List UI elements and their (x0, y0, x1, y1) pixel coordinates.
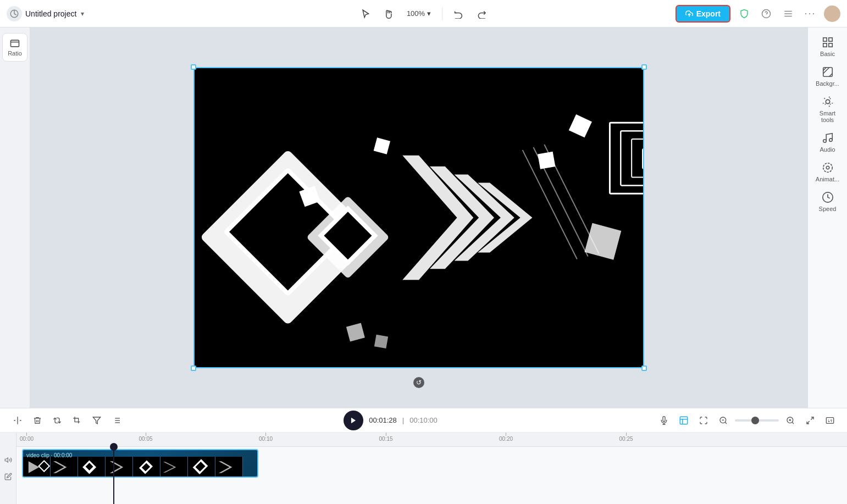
video-track: video clip · 00:0:00 (16, 447, 847, 480)
svg-point-41 (823, 163, 832, 173)
svg-rect-32 (374, 335, 388, 348)
svg-rect-7 (11, 40, 19, 47)
ruler-tick-0010: 00:10 (259, 433, 273, 442)
toolbar-divider (442, 7, 442, 20)
svg-point-39 (823, 140, 826, 143)
svg-line-64 (807, 421, 810, 424)
project-chevron-icon[interactable]: ▾ (81, 10, 84, 18)
timeline-track-area: 00:00 00:05 00:10 00:15 (16, 433, 847, 504)
export-label: Export (696, 9, 721, 18)
svg-line-57 (725, 422, 727, 424)
resize-handle-tr[interactable] (641, 64, 647, 70)
zoom-slider[interactable] (735, 419, 779, 422)
svg-line-63 (811, 417, 813, 420)
sidebar-basic-label: Basic (820, 51, 835, 57)
select-tool-button[interactable] (356, 4, 375, 23)
fullscreen-button[interactable] (802, 412, 818, 429)
play-button[interactable] (344, 411, 363, 430)
timeline-left-panel (0, 433, 16, 504)
ratio-button[interactable]: Ratio (2, 33, 27, 62)
sidebar-item-background[interactable]: Backgr... (811, 62, 845, 90)
edit-tool-button[interactable] (2, 470, 14, 483)
svg-rect-33 (823, 38, 826, 41)
ruler-tick-0000: 00:00 (20, 433, 34, 442)
sidebar-item-speed[interactable]: Speed (811, 187, 845, 215)
zoom-out-button[interactable] (715, 412, 732, 429)
clip-thumb-2 (51, 457, 78, 478)
sidebar-item-smart-tools[interactable]: Smart tools (811, 91, 845, 126)
svg-rect-85 (215, 457, 242, 477)
microphone-button[interactable] (656, 412, 672, 429)
ruler-tick-0020: 00:20 (499, 433, 513, 442)
total-time-display: 00:10:00 (409, 416, 438, 424)
topbar-right: Export ··· (676, 5, 840, 23)
ruler-tick-0015: 00:15 (379, 433, 393, 442)
sidebar-item-basic[interactable]: Basic (811, 32, 845, 60)
svg-rect-65 (826, 417, 833, 423)
transform-button[interactable] (695, 412, 712, 429)
svg-rect-55 (680, 417, 688, 424)
shield-icon-button[interactable] (736, 5, 752, 22)
loop-tool-button[interactable] (48, 412, 66, 429)
timeline-toolbar: 00:01:28 | 00:10:00 (0, 408, 847, 433)
timeline-playback-center: 00:01:28 | 00:10:00 (128, 411, 654, 430)
right-sidebar: Basic Backgr... Smart tools Audio (807, 27, 847, 408)
sidebar-item-animate[interactable]: Animat... (811, 157, 845, 186)
video-clip[interactable]: video clip · 00:0:00 (22, 449, 258, 478)
user-avatar[interactable] (824, 5, 840, 22)
resize-handle-bl[interactable] (191, 365, 196, 371)
svg-rect-26 (643, 149, 643, 169)
animation-button[interactable] (676, 412, 692, 429)
clip-thumb-6 (160, 457, 188, 478)
help-icon-button[interactable] (758, 5, 774, 22)
crop-tool-button[interactable] (68, 412, 86, 429)
left-sidebar: Ratio (0, 27, 30, 408)
resize-handle-br[interactable] (641, 365, 647, 371)
filter-tool-button[interactable] (88, 412, 106, 429)
ruler-tick-0005: 00:05 (139, 433, 153, 442)
canvas-wrapper: ↺ (193, 67, 644, 368)
more-options-button[interactable]: ··· (802, 5, 818, 22)
svg-line-60 (792, 422, 794, 424)
timeline-ruler: 00:00 00:05 00:10 00:15 (16, 433, 847, 447)
app-logo-icon[interactable] (7, 6, 22, 21)
menu-icon-button[interactable] (780, 5, 796, 22)
list-tool-button[interactable] (108, 412, 125, 429)
svg-rect-34 (828, 38, 832, 41)
topbar-left: Untitled project ▾ (7, 6, 84, 21)
undo-button[interactable] (449, 4, 468, 23)
redo-button[interactable] (472, 4, 491, 23)
timeline-tracks: video clip · 00:0:00 (16, 447, 847, 504)
project-name[interactable]: Untitled project (25, 9, 76, 18)
zoom-level-button[interactable]: 100% ▾ (402, 7, 435, 20)
svg-marker-45 (93, 417, 100, 424)
canvas-area: ↺ (30, 27, 807, 408)
svg-marker-66 (5, 458, 8, 462)
current-time-display: 00:01:28 (369, 416, 397, 424)
svg-point-42 (826, 166, 829, 169)
sidebar-smarttools-label: Smart tools (813, 110, 843, 123)
delete-tool-button[interactable] (29, 412, 46, 429)
export-button[interactable]: Export (676, 5, 730, 23)
sidebar-background-label: Backgr... (816, 80, 839, 87)
video-canvas[interactable] (193, 67, 644, 368)
zoom-level-label: 100% (407, 9, 425, 18)
rotate-handle[interactable]: ↺ (413, 377, 424, 388)
sidebar-item-audio[interactable]: Audio (811, 128, 845, 156)
clip-thumb-8 (215, 457, 243, 478)
zoom-in-button[interactable] (782, 412, 799, 429)
bottom-section: 00:01:28 | 00:10:00 (0, 408, 847, 504)
sidebar-animate-label: Animat... (816, 176, 839, 182)
svg-rect-75 (106, 457, 132, 477)
split-tool-button[interactable] (9, 412, 26, 429)
canvas-content-svg (195, 68, 643, 367)
hand-tool-button[interactable] (379, 4, 398, 23)
clip-label: video clip · 00:0:00 (26, 452, 72, 458)
clip-thumb-3 (78, 457, 106, 478)
clip-thumb-4 (106, 457, 133, 478)
timeline-area: 00:00 00:05 00:10 00:15 (0, 433, 847, 504)
volume-button[interactable] (2, 454, 14, 466)
svg-point-38 (826, 99, 829, 103)
resize-handle-tl[interactable] (191, 64, 196, 70)
caption-button[interactable] (822, 412, 838, 429)
